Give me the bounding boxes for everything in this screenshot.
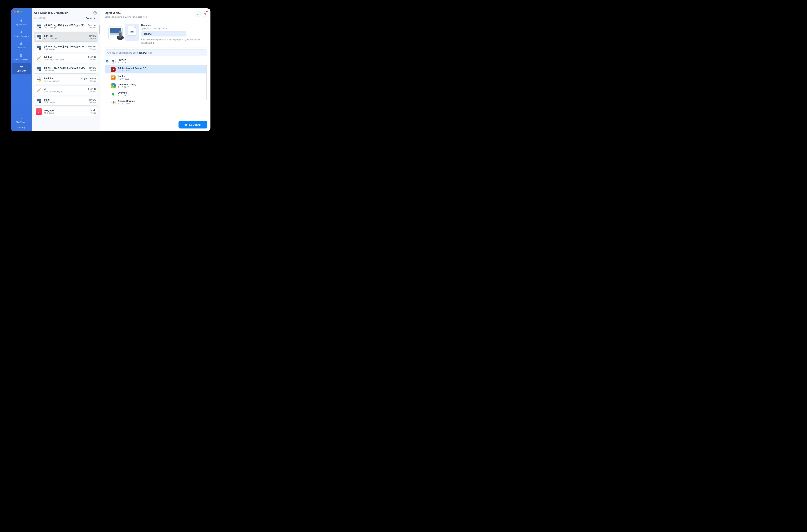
file-type-count: 5 Apps [88,101,96,103]
file-type-desc: GIF image [44,69,86,72]
file-type-desc: NSStringPboardType [44,58,86,61]
file-type-desc: TIFF image [44,101,86,103]
sidebar-item-label: Open With [17,70,26,72]
help-button[interactable]: ? [93,11,97,15]
sidebar-item-label: Remaining Files [14,58,28,61]
sidebar-icon [19,30,23,34]
close-button[interactable] [14,11,16,13]
sidebar-item-extensions[interactable]: Extensions [12,40,31,51]
detail-title: Open With... [104,11,147,15]
file-type-desc: JPEG image [44,26,86,29]
maccleaner-icon [20,117,23,120]
chat-icon [196,13,199,15]
sidebar-item-startup-programs[interactable]: Startup Programs [12,28,31,40]
file-type-exts: gif, GIF, jpg, JPG, jpeg, JPEG, jpe, JP.… [44,66,86,69]
app-row[interactable]: Adobe Acrobat Reader DC Oct 29, 2021 [104,65,207,73]
file-type-row[interactable]: gif, GIF, jpg, JPG, jpeg, JPEG, jpe, JP.… [34,64,98,74]
svg-point-5 [39,27,41,28]
file-type-desc: NSRTFPboardType [44,90,86,93]
svg-rect-45 [112,60,114,61]
file-type-count: 8 Apps [88,58,96,61]
search-icon [34,17,37,19]
file-type-exts: rtf [44,88,86,90]
svg-point-32 [39,101,41,103]
sidebar-item-open-with[interactable]: Open With [12,63,31,74]
file-types-list[interactable]: gif, GIF, jpg, JPG, jpeg, JPEG, jpe, JP.… [32,21,100,131]
app-row[interactable]: Preview Jun 8, 2022 [104,57,207,65]
sort-label: Count [86,17,92,20]
app-name: ColorSync Utility [118,83,136,86]
app-date: Jun 10, 2022 [118,102,135,105]
app-row[interactable]: 📖 Books May 9, 2022 [104,73,207,82]
app-date: Jun 3, 2022 [118,86,136,88]
hero-description: Each extension opens with a certain prog… [141,38,204,44]
svg-point-13 [39,48,41,50]
app-name: Adobe Acrobat Reader DC [118,67,146,70]
sort-dropdown[interactable]: Count [86,17,98,20]
sidebar-icon [19,53,23,57]
window-controls [11,11,32,14]
types-column: App Cleaner & Uninstaller ? Count gif, G… [32,8,100,131]
file-type-count: 9 Apps [88,48,96,50]
sidebar-icon [19,19,23,23]
chevron-down-icon [93,17,95,19]
file-type-row[interactable]: ♪ wav, mp3 MP3 audio Music 4 Apps [34,107,98,116]
sidebar: ApplicationsStartup ProgramsExtensionsRe… [11,8,32,131]
app-row[interactable]: ⊕ ColorSync Utility Jun 3, 2022 [104,82,207,90]
chat-button[interactable] [195,11,200,17]
app-name: Evernote [118,92,129,94]
sidebar-icon [19,42,23,46]
file-type-count: 9 Apps [88,26,96,29]
hero-badge: pdf, PDF [141,31,187,37]
file-type-count: 8 Apps [88,69,96,72]
brand-maccleaner[interactable]: MacCleaner [11,121,32,123]
file-type-app: Preview [88,35,96,37]
file-type-row[interactable]: txt, text NSStringPboardType TextEdit 8 … [34,54,98,63]
file-type-row[interactable]: rtf NSRTFPboardType TextEdit 5 Apps [34,86,98,95]
file-type-app: Preview [88,24,96,26]
brand-nektony[interactable]: nektony [11,126,32,129]
sidebar-item-label: Startup Programs [14,35,29,38]
file-type-row[interactable]: tiff, tif TIFF image Preview 5 Apps [34,96,98,106]
file-type-row[interactable]: pdf, PDF PDF document Preview 9 Apps [34,32,98,42]
file-type-exts: html, htm [44,77,78,80]
notes-button[interactable] [202,11,207,17]
file-type-app: Preview [88,45,96,48]
app-name: Books [118,75,130,78]
file-type-app: Google Chrome [80,77,96,80]
hero-artwork [108,24,138,45]
minimize-button[interactable] [17,11,19,13]
sidebar-icon [19,65,23,69]
app-radio[interactable] [106,60,109,62]
notes-icon [203,13,206,15]
file-type-exts: pdf, PDF [44,35,86,37]
svg-line-1 [36,18,36,19]
app-name: Preview [118,59,129,61]
set-as-default-button[interactable]: Set as Default [178,121,207,129]
app-date: Jun 8, 2022 [118,61,129,63]
file-type-row[interactable]: gif, GIF, jpg, JPG, jpeg, JPEG, jpe, JP.… [34,22,98,31]
file-type-app: Music [90,109,96,112]
file-type-count: 5 Apps [88,90,96,93]
app-row[interactable]: Evernote Jun 6, 2022 [104,90,207,98]
sidebar-item-label: Extensions [17,46,26,49]
search-input[interactable] [38,17,83,19]
sidebar-item-remaining-files[interactable]: Remaining Files [12,52,31,63]
list-scrollbar[interactable] [99,25,100,34]
apps-scrollbar[interactable] [206,65,207,100]
app-row[interactable]: Google Chrome Jun 10, 2022 [104,98,207,107]
maximize-button[interactable] [20,11,22,13]
sidebar-item-applications[interactable]: Applications [12,17,31,28]
sidebar-nav: ApplicationsStartup ProgramsExtensionsRe… [11,14,32,116]
sidebar-item-label: Applications [16,23,27,26]
file-type-count: 4 Apps [90,112,96,114]
document-pane-icon [126,24,139,41]
file-type-row[interactable]: gif, GIF, jpg, JPG, jpeg, JPEG, jpe, JP.… [34,43,98,52]
preview-app-icon [108,25,126,43]
apps-list[interactable]: Preview Jun 8, 2022 Adobe Acrobat Reader… [104,56,207,119]
file-type-desc: PDF document [44,37,86,40]
app-name: Google Chrome [118,100,135,102]
file-type-row[interactable]: html, htm HTML document Google Chrome 8 … [34,75,98,84]
file-type-exts: wav, mp3 [44,109,88,112]
app-date: Jun 6, 2022 [118,94,129,96]
